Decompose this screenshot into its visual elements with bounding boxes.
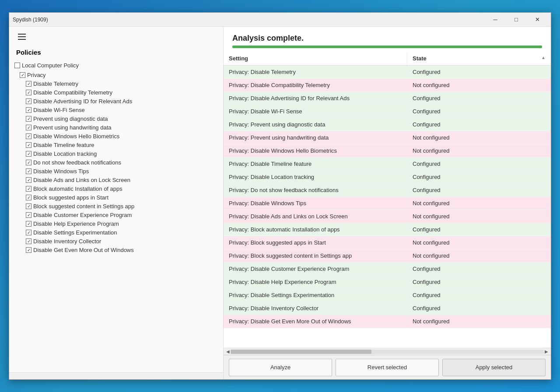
tree-item[interactable]: ✓Disable Settings Experimentation	[13, 228, 220, 237]
tree-item[interactable]: ✓Disable Location tracking	[13, 149, 220, 158]
maximize-button[interactable]: □	[506, 14, 526, 26]
minimize-button[interactable]: ─	[485, 14, 505, 26]
checkbox-icon: ✓	[26, 160, 32, 165]
scroll-left-arrow[interactable]: ◀	[225, 349, 231, 354]
hamburger-line-3	[18, 39, 26, 40]
tree-item-label: Do not show feedback notifications	[33, 159, 121, 166]
tree-item[interactable]: ✓Disable Inventory Collector	[13, 237, 220, 245]
close-button[interactable]: ✕	[527, 14, 547, 26]
table-row[interactable]: Privacy: Disable Windows Hello Biometric…	[224, 144, 551, 158]
cell-setting: Privacy: Disable Get Even More Out of Wi…	[224, 315, 407, 328]
hamburger-line-1	[18, 34, 26, 35]
sidebar-horizontal-scrollbar[interactable]	[9, 372, 223, 379]
cell-state: Not configured	[407, 79, 551, 91]
table-row[interactable]: Privacy: Prevent using diagnostic dataCo…	[224, 118, 551, 131]
table-row[interactable]: Privacy: Disable Compatibility Telemetry…	[224, 79, 551, 92]
tree-item[interactable]: ✓Disable Ads and Links on Lock Screen	[13, 175, 220, 184]
cell-state: Configured	[407, 66, 551, 78]
horizontal-scrollbar[interactable]: ◀ ▶	[224, 348, 551, 355]
table-row[interactable]: Privacy: Disable Timeline featureConfigu…	[224, 158, 551, 171]
tree-item[interactable]: Local Computer Policy	[13, 61, 220, 70]
scroll-to-top-icon[interactable]: ▲	[536, 52, 551, 65]
cell-state: Configured	[407, 223, 551, 236]
cell-setting: Privacy: Block suggested content in Sett…	[224, 249, 407, 262]
tree-item[interactable]: ✓Disable Customer Experience Program	[13, 210, 220, 219]
table-row[interactable]: Privacy: Block automatic Installation of…	[224, 223, 551, 236]
table-row[interactable]: Privacy: Block suggested apps in StartNo…	[224, 236, 551, 249]
sidebar-header	[9, 27, 223, 45]
tree-item-label: Disable Advertising ID for Relevant Ads	[33, 98, 132, 105]
cell-setting: Privacy: Do not show feedback notificati…	[224, 184, 407, 196]
table-row[interactable]: Privacy: Disable Location trackingConfig…	[224, 171, 551, 184]
cell-setting: Privacy: Disable Advertising ID for Rele…	[224, 92, 407, 105]
tree-item[interactable]: ✓Disable Windows Hello Biometrics	[13, 132, 220, 140]
tree-item-label: Disable Compatibility Telemetry	[33, 89, 112, 96]
tree-item[interactable]: ✓Disable Get Even More Out of Windows	[13, 245, 220, 254]
tree-item[interactable]: ✓Prevent using handwriting data	[13, 123, 220, 132]
cell-state: Configured	[407, 105, 551, 118]
cell-setting: Privacy: Disable Wi-Fi Sense	[224, 105, 407, 118]
table-row[interactable]: Privacy: Disable Inventory CollectorConf…	[224, 302, 551, 315]
checkbox-icon: ✓	[26, 221, 32, 227]
tree-item-label: Privacy	[27, 72, 46, 78]
table-row[interactable]: Privacy: Disable Customer Experience Pro…	[224, 262, 551, 276]
scroll-track[interactable]	[231, 350, 544, 354]
tree-item[interactable]: ✓Disable Compatibility Telemetry	[13, 88, 220, 97]
tree-item[interactable]: ✓Disable Help Experience Program	[13, 219, 220, 228]
cell-setting: Privacy: Disable Telemetry	[224, 66, 407, 78]
tree-item-label: Prevent using diagnostic data	[33, 116, 108, 122]
tree-item[interactable]: ✓Do not show feedback notifications	[13, 158, 220, 167]
tree-item-label: Disable Ads and Links on Lock Screen	[33, 177, 130, 183]
tree-item[interactable]: ✓Privacy	[13, 70, 220, 79]
scroll-right-arrow[interactable]: ▶	[544, 349, 549, 354]
tree-item[interactable]: ✓Disable Wi-Fi Sense	[13, 105, 220, 114]
title-bar: Spydish (1909) ─ □ ✕	[9, 13, 551, 27]
revert-button[interactable]: Revert selected	[336, 359, 439, 376]
checkbox-icon: ✓	[26, 116, 32, 122]
tree-item[interactable]: ✓Disable Timeline feature	[13, 140, 220, 149]
tree-item[interactable]: ✓Disable Advertising ID for Relevant Ads	[13, 97, 220, 105]
cell-state: Not configured	[407, 315, 551, 328]
table-row[interactable]: Privacy: Do not show feedback notificati…	[224, 184, 551, 197]
tree-item-label: Disable Wi-Fi Sense	[33, 107, 85, 113]
apply-button[interactable]: Apply selected	[442, 359, 546, 376]
cell-setting: Privacy: Disable Help Experience Program	[224, 276, 407, 288]
checkbox-icon: ✓	[26, 133, 32, 139]
table-row[interactable]: Privacy: Disable Help Experience Program…	[224, 276, 551, 289]
tree-item[interactable]: ✓Block suggested content in Settings app	[13, 202, 220, 210]
tree-item[interactable]: ✓Block suggested apps in Start	[13, 193, 220, 202]
table-row[interactable]: Privacy: Disable Windows TipsNot configu…	[224, 197, 551, 210]
analyze-button[interactable]: Analyze	[229, 359, 332, 376]
tree-item-label: Disable Windows Tips	[33, 168, 89, 175]
tree-item[interactable]: ✓Block automatic Installation of apps	[13, 184, 220, 193]
tree-item-label: Disable Timeline feature	[33, 142, 94, 148]
tree-item[interactable]: ✓Prevent using diagnostic data	[13, 114, 220, 123]
checkbox-icon: ✓	[26, 177, 32, 183]
main-window: Spydish (1909) ─ □ ✕ Policies Local Comp…	[9, 12, 551, 380]
hamburger-menu[interactable]	[16, 32, 28, 42]
tree-item[interactable]: ✓Disable Telemetry	[13, 79, 220, 88]
cell-setting: Privacy: Prevent using diagnostic data	[224, 118, 407, 131]
tree-item-label: Local Computer Policy	[22, 62, 79, 69]
progress-bar	[232, 46, 542, 48]
table-row[interactable]: Privacy: Block suggested content in Sett…	[224, 249, 551, 262]
table-row[interactable]: Privacy: Disable Settings Experimentatio…	[224, 289, 551, 302]
main-panel: Analysis complete. Setting State ▲ Priva…	[224, 27, 551, 379]
table-row[interactable]: Privacy: Prevent using handwriting dataN…	[224, 131, 551, 144]
cell-state: Not configured	[407, 144, 551, 157]
table-row[interactable]: Privacy: Disable Wi-Fi SenseConfigured	[224, 105, 551, 118]
table-row[interactable]: Privacy: Disable Advertising ID for Rele…	[224, 92, 551, 105]
tree-item-label: Block automatic Installation of apps	[33, 186, 122, 192]
results-table[interactable]: Setting State ▲ Privacy: Disable Telemet…	[224, 52, 551, 348]
cell-setting: Privacy: Disable Inventory Collector	[224, 302, 407, 315]
tree-item[interactable]: ✓Disable Windows Tips	[13, 167, 220, 175]
checkbox-icon: ✓	[26, 142, 32, 148]
tree-item-label: Disable Settings Experimentation	[33, 229, 117, 236]
sidebar-tree: Local Computer Policy✓Privacy✓Disable Te…	[9, 60, 223, 372]
table-row[interactable]: Privacy: Disable Get Even More Out of Wi…	[224, 315, 551, 328]
checkbox-icon: ✓	[26, 81, 32, 87]
table-row[interactable]: Privacy: Disable TelemetryConfigured	[224, 66, 551, 79]
hamburger-line-2	[18, 36, 26, 37]
cell-state: Configured	[407, 276, 551, 288]
table-row[interactable]: Privacy: Disable Ads and Links on Lock S…	[224, 210, 551, 223]
